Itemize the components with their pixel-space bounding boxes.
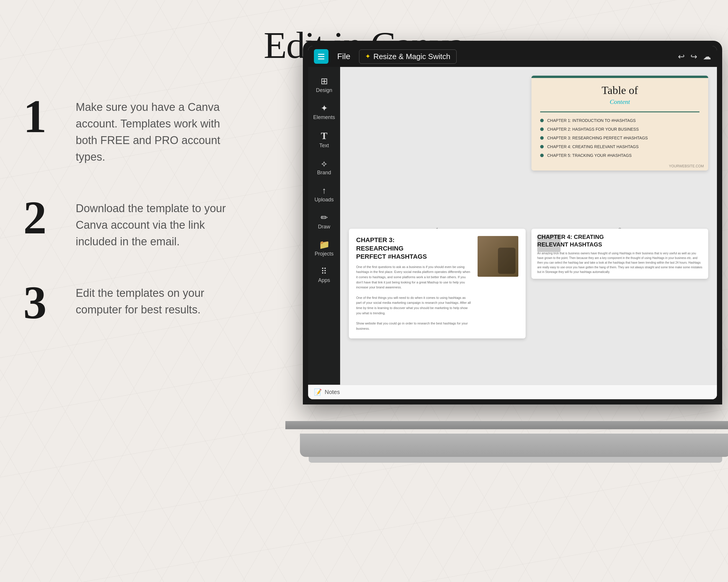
slide-3-body-2: One of the first things you will need to… [356,295,472,316]
magic-star-icon: ✦ [365,53,370,60]
undo-icon[interactable]: ↩ [678,52,685,61]
elements-icon: ✦ [321,104,328,113]
toc-dot-5 [540,154,544,157]
laptop-hinge [285,421,728,429]
sidebar-design-label: Design [316,87,332,93]
slide-3-body-3: Show website that you could go in order … [356,321,472,331]
toc-green-bar [531,76,708,78]
sidebar-brand-label: Brand [317,170,331,176]
sidebar-draw-label: Draw [318,224,330,230]
canva-canvas-area: Drive TrafficWith Hashtags yourwebsite.c… [340,67,717,385]
slide-1-wrapper[interactable]: Drive TrafficWith Hashtags yourwebsite.c… [349,76,526,223]
sidebar-projects-label: Projects [314,251,333,257]
text-icon: T [321,131,328,141]
step-1: 1 Make sure you have a Canva account. Te… [23,93,227,165]
sidebar-item-elements[interactable]: ✦ Elements [310,100,338,124]
sidebar-item-projects[interactable]: 📁 Projects [310,236,338,261]
draw-icon: ✏ [321,213,328,222]
canva-main: ⊞ Design ✦ Elements T Text ⟡ Brand [308,67,717,385]
toc-item-1: CHAPTER 1: INTRODUCTION TO #HASHTAGS [540,118,699,123]
step-3-number: 3 [23,279,64,326]
slide-2-wrapper[interactable]: Table of Content CHAPTER 1: INTRODUCTION… [531,76,708,223]
laptop-bottom [300,434,728,457]
toc-subtitle: Content [540,98,699,106]
toc-title: Table of [540,84,699,96]
slide-3-image [477,236,518,277]
toc-dot-2 [540,128,544,131]
step-2-number: 2 [23,194,64,241]
hamburger-icon [318,54,324,59]
design-icon: ⊞ [321,77,328,86]
sidebar-item-design[interactable]: ⊞ Design [310,73,338,98]
toc-item-3-text: CHAPTER 3: RESEARCHING PERFECT #HASHTAGS [547,136,648,140]
slide-3-left: CHAPTER 3:RESEARCHINGPERFECT #HASHTAGS O… [356,236,472,331]
slide-4-wrapper[interactable]: CHAPTER 4: CREATINGRELEVANT HASHTAGS An … [531,229,708,376]
toc-item-2-text: CHAPTER 2: HASHTAGS FOR YOUR BUSINESS [547,127,639,132]
toc-divider [540,111,699,112]
step-2-text: Download the template to your Canva acco… [76,194,227,250]
laptop-foot [309,457,722,463]
toc-url: YOURWEBSITE.COM [669,164,704,168]
sidebar-text-label: Text [319,143,329,149]
apps-icon: ⠿ [321,268,327,276]
sidebar-item-apps[interactable]: ⠿ Apps [310,264,338,287]
sidebar-item-uploads[interactable]: ↑ Uploads [310,182,338,207]
slide-3-wrapper[interactable]: CHAPTER 3:RESEARCHINGPERFECT #HASHTAGS O… [349,229,526,376]
brand-icon: ⟡ [321,159,327,168]
slide-4-title: CHAPTER 4: CREATINGRELEVANT HASHTAGS [537,233,702,248]
slide-4[interactable]: CHAPTER 4: CREATINGRELEVANT HASHTAGS An … [531,229,708,279]
canva-sidebar: ⊞ Design ✦ Elements T Text ⟡ Brand [308,67,340,385]
toc-item-2: CHAPTER 2: HASHTAGS FOR YOUR BUSINESS [540,127,699,132]
sidebar-item-brand[interactable]: ⟡ Brand [310,155,338,180]
toc-item-1-text: CHAPTER 1: INTRODUCTION TO #HASHTAGS [547,118,636,123]
laptop-screen-bezel: File ✦ Resize & Magic Switch ↩ ↪ ☁ ⊞ [303,41,722,405]
slide-4-body: An amazing trick that is business owners… [537,251,702,274]
sidebar-apps-label: Apps [318,277,330,283]
resize-magic-switch-button[interactable]: ✦ Resize & Magic Switch [359,50,456,64]
toc-dot-4 [540,145,544,148]
notes-icon: 📝 [314,388,322,396]
toolbar-icons: ↩ ↪ ☁ [678,52,711,61]
magic-switch-label: Resize & Magic Switch [373,52,450,61]
toc-item-4: CHAPTER 4: CREATING RELEVANT HASHTAGS [540,144,699,149]
sidebar-item-text[interactable]: T Text [310,127,338,153]
step-3-text: Edit the templates on your computer for … [76,279,227,318]
sidebar-uploads-label: Uploads [314,197,334,203]
toc-item-5-text: CHAPTER 5: TRACKING YOUR #HASHTAGS [547,153,632,158]
redo-icon[interactable]: ↪ [691,52,697,61]
slide-3[interactable]: CHAPTER 3:RESEARCHINGPERFECT #HASHTAGS O… [349,229,526,338]
file-menu-button[interactable]: File [331,52,356,61]
step-1-number: 1 [23,93,64,140]
step-3: 3 Edit the templates on your computer fo… [23,279,227,326]
slide-2[interactable]: Table of Content CHAPTER 1: INTRODUCTION… [531,76,708,170]
steps-container: 1 Make sure you have a Canva account. Te… [23,93,227,355]
toc-dot-1 [540,119,544,122]
uploads-icon: ↑ [322,186,327,195]
canva-notes-bar[interactable]: 📝 Notes [308,385,717,399]
canva-toolbar: File ✦ Resize & Magic Switch ↩ ↪ ☁ [308,46,717,67]
hamburger-menu-button[interactable] [314,49,329,64]
slide-4-laptop-hint [537,234,561,252]
notes-label: Notes [325,389,340,395]
laptop-wrapper: File ✦ Resize & Magic Switch ↩ ↪ ☁ ⊞ [285,41,728,492]
share-icon[interactable]: ☁ [703,52,711,61]
phone-silhouette [498,248,515,274]
toc-item-3: CHAPTER 3: RESEARCHING PERFECT #HASHTAGS [540,136,699,140]
sidebar-item-draw[interactable]: ✏ Draw [310,209,338,234]
laptop-screen: File ✦ Resize & Magic Switch ↩ ↪ ☁ ⊞ [308,46,717,399]
projects-icon: 📁 [319,240,330,249]
sidebar-elements-label: Elements [313,114,335,120]
slide-3-body: One of the first questions to ask as a b… [356,265,472,290]
step-1-text: Make sure you have a Canva account. Temp… [76,93,227,165]
step-2: 2 Download the template to your Canva ac… [23,194,227,250]
toc-item-4-text: CHAPTER 4: CREATING RELEVANT HASHTAGS [547,144,639,149]
toc-item-5: CHAPTER 5: TRACKING YOUR #HASHTAGS [540,153,699,158]
slide-3-title: CHAPTER 3:RESEARCHINGPERFECT #HASHTAGS [356,236,472,261]
toc-dot-3 [540,136,544,140]
